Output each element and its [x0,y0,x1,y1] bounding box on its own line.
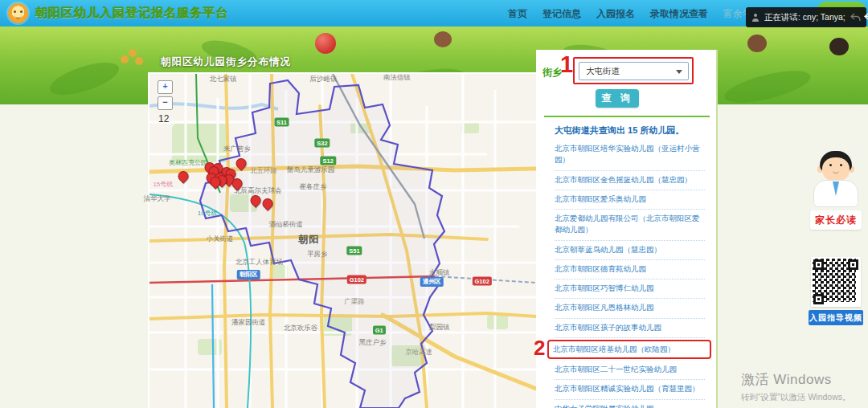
kindergarten-map-marker[interactable] [250,195,260,206]
speaking-overlay: 正在讲话: cny; Tanya; [746,7,866,27]
kindergarten-map-marker[interactable] [235,158,246,169]
kindergarten-map-marker[interactable] [263,198,273,209]
chevron-down-icon [676,70,682,74]
kindergarten-link[interactable]: 北京市朝阳区凡恩格林幼儿园 [555,299,705,318]
kindergarten-list: 北京市朝阳区培华实验幼儿园（亚运村小营园）北京市朝阳区金色摇篮幼儿园（慧忠园）北… [555,140,705,408]
divider [544,116,710,117]
region-select[interactable]: 大屯街道 [579,62,689,80]
result-count-text: 大屯街道共查询出 15 所幼儿园。 [555,124,705,137]
kindergarten-link[interactable]: 北京爱都幼儿园有限公司（北京市朝阳区爱都幼儿园） [555,210,705,241]
kindergarten-link[interactable]: 北京市朝阳区爱乐奥幼儿园 [555,190,705,210]
watermark-line2: 转到“设置”以激活 Windows。 [741,392,851,403]
sun-logo-icon [8,3,28,23]
map-canvas[interactable]: 北七家镇后沙峪镇南法信镇来广营乡北五环路奥林匹克公园蟹岛儿童游乐园崔各庄乡北辰高… [149,74,536,408]
kindergarten-link[interactable]: 北京市朝阳区德育苑幼儿园 [555,260,705,279]
undo-dim-icon[interactable] [850,13,861,22]
kindergarten-link[interactable]: 北京市朝阳区金色摇篮幼儿园（慧忠园） [555,171,705,190]
map-marker-layer [149,74,536,408]
annotation-2: 2 [534,337,545,358]
kindergarten-link[interactable]: 北京朝莘蓝鸟幼儿园（慧忠园） [555,241,705,260]
map-section-title: 朝阳区幼儿园街乡分布情况 [161,55,291,69]
parents-must-read-link[interactable]: 家长必读 [810,210,862,230]
kindergarten-link[interactable]: 北京市朝阳区巧智博仁幼儿园 [555,279,705,299]
nav-enrollment[interactable]: 入园报名 [596,7,635,21]
top-header: 朝阳区幼儿入园登记报名服务平台 首页 登记信息 入园报名 录取情况查看 富余学位… [0,0,868,27]
reply-arrow-icon[interactable] [864,13,868,22]
query-button[interactable]: 查 询 [596,89,639,108]
kindergarten-link[interactable]: 北京市朝阳区孩子的故事幼儿园 [555,319,705,338]
map-zoom-out-button[interactable]: − [158,96,173,110]
windows-activation-watermark: 激活 Windows 转到“设置”以激活 Windows。 [741,370,851,403]
kindergarten-link[interactable]: 北京市朝阳区培华实验幼儿园（亚运村小营园） [555,140,705,171]
search-panel: 街乡 1 大屯街道 查 询 大屯街道共查询出 15 所幼儿园。 北京市朝阳区培华… [536,50,718,408]
map-zoom-in-button[interactable]: + [158,80,173,94]
nav-registration-info[interactable]: 登记信息 [542,7,581,21]
kindergarten-map-marker[interactable] [231,178,242,189]
kindergarten-link[interactable]: 北京市朝阳区二十一世纪实验幼儿园 [555,361,705,380]
nav-admission-status[interactable]: 录取情况查看 [650,7,708,21]
kindergarten-map-marker[interactable] [211,177,221,187]
speaker-person-icon [751,14,760,22]
region-select-value: 大屯街道 [586,66,620,77]
enrollment-video-link[interactable]: 入园指导视频 [809,310,863,325]
watermark-line1: 激活 Windows [741,370,851,389]
kindergarten-link[interactable]: 北京市朝阳区培基幼儿园（欧陆园）2 [547,340,711,359]
parent-guide-avatar[interactable] [809,151,862,207]
kindergarten-link[interactable]: 中华女子学院附属实验幼儿园 [555,400,705,408]
nav-home[interactable]: 首页 [508,7,527,21]
annotation-1: 1 [560,53,573,76]
region-label: 街乡 [542,66,562,80]
floating-widgets: 家长必读 入园指导视频 [807,151,865,325]
qr-code[interactable] [811,257,861,307]
speaking-text: 正在讲话: cny; Tanya; [764,12,845,23]
main-nav: 首页 登记信息 入园报名 录取情况查看 富余学位查看 [508,7,781,21]
page: 朝阳区幼儿园街乡分布情况 [0,0,868,408]
map-zoom-level: 12 [158,113,173,124]
ball-graphic [315,33,336,54]
kindergarten-map-marker[interactable] [178,171,189,182]
site-title: 朝阳区幼儿入园登记报名服务平台 [35,6,228,21]
kindergarten-link[interactable]: 北京市朝阳区精诚实验幼儿园（育慧里园） [555,380,705,399]
